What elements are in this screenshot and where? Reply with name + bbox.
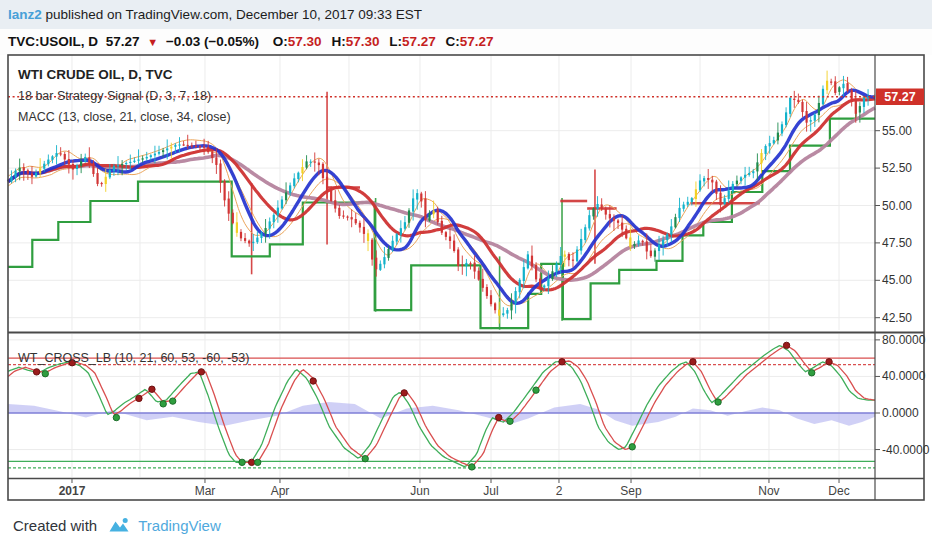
price-tick-label: 47.50 — [882, 236, 912, 250]
price-tick-label: 55.00 — [882, 124, 912, 138]
price-tick-label: 52.50 — [882, 161, 912, 175]
oscillator-tick-label: 0.0000 — [882, 406, 919, 420]
chart-canvas[interactable]: 55.0052.5050.0047.5045.0042.5080.000040.… — [0, 0, 932, 550]
date-tick-label: Jun — [410, 484, 429, 498]
tradingview-logo-icon[interactable] — [109, 517, 130, 534]
date-tick-label: 2017 — [59, 484, 86, 498]
price-tick-label: 50.00 — [882, 199, 912, 213]
main-legend-strategy: 18 bar Strategy Signal (D, 3, 7, 18) — [18, 89, 211, 103]
date-tick-label: Jul — [483, 484, 498, 498]
date-tick-label: Dec — [828, 484, 849, 498]
oscillator-tick-label: 80.0000 — [882, 333, 926, 347]
main-legend-macc: MACC (13, close, 21, close, 34, close) — [18, 110, 231, 124]
main-legend-title: WTI CRUDE OIL, D, TVC — [18, 67, 173, 82]
date-tick-label: Sep — [620, 484, 642, 498]
created-with-text: Created with — [13, 517, 97, 534]
date-tick-label: Nov — [758, 484, 779, 498]
oscillator-tick-label: -40.0000 — [882, 443, 930, 457]
oscillator-legend: WT_CROSS_LB (10, 21, 60, 53, -60, -53) — [18, 351, 249, 365]
price-tick-label: 42.50 — [882, 311, 912, 325]
oscillator-tick-label: 40.0000 — [882, 369, 926, 383]
axes-labels[interactable]: 55.0052.5050.0047.5045.0042.5080.000040.… — [59, 89, 930, 499]
date-tick-label: Apr — [271, 484, 290, 498]
snapshot-footer: Created with TradingView — [0, 502, 932, 550]
price-tick-label: 45.00 — [882, 273, 912, 287]
tradingview-snapshot-page: lanz2 published on TradingView.com, Dece… — [0, 0, 932, 550]
date-tick-label: Mar — [195, 484, 216, 498]
date-tick-label: 2 — [556, 484, 563, 498]
last-price-badge-text: 57.27 — [884, 90, 915, 104]
tradingview-brand-link[interactable]: TradingView — [138, 517, 221, 534]
